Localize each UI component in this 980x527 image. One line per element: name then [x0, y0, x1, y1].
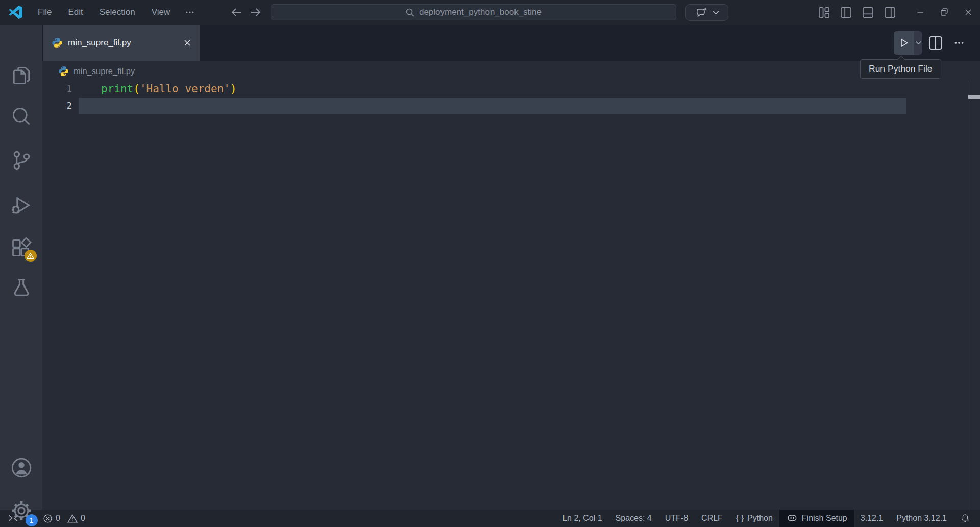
- tab-close-icon[interactable]: [182, 38, 192, 48]
- menu-edit[interactable]: Edit: [60, 0, 91, 25]
- copilot-chat-icon: [695, 6, 708, 19]
- minimize-button[interactable]: [908, 0, 932, 25]
- close-icon: [964, 8, 973, 17]
- source-control-icon[interactable]: [10, 149, 33, 172]
- eol-sequence[interactable]: CRLF: [695, 510, 729, 527]
- toggle-primary-sidebar-icon[interactable]: [840, 7, 852, 18]
- settings-badge: 1: [26, 514, 38, 526]
- code-line-2[interactable]: 2: [42, 98, 980, 114]
- close-window-button[interactable]: [956, 0, 980, 25]
- problems-indicator[interactable]: 0 0: [38, 510, 90, 527]
- cursor-position[interactable]: Ln 2, Col 1: [556, 510, 608, 527]
- ellipsis-icon: [185, 8, 194, 17]
- braces-icon: { }: [736, 514, 744, 523]
- extensions-icon[interactable]: [10, 235, 33, 259]
- back-arrow-icon[interactable]: [231, 6, 243, 18]
- language-mode[interactable]: { } Python: [729, 510, 779, 527]
- overview-ruler[interactable]: [968, 81, 968, 510]
- toggle-panel-icon[interactable]: [862, 7, 874, 18]
- breadcrumb-file: min_supre_fil.py: [74, 66, 135, 76]
- run-tooltip: Run Python File: [860, 59, 941, 79]
- chevron-down-icon: [713, 10, 719, 15]
- code-editor[interactable]: 1 print('Hallo verden') 2: [42, 81, 980, 510]
- vscode-logo-icon: [9, 6, 22, 19]
- window-controls: [908, 0, 980, 25]
- menu-view[interactable]: View: [143, 0, 179, 25]
- bell-icon: [960, 513, 970, 523]
- tooltip-text: Run Python File: [869, 64, 933, 75]
- titlebar-right: [818, 0, 980, 25]
- overview-cursor-marker: [968, 95, 980, 99]
- warnings-icon: [67, 514, 78, 523]
- explorer-icon[interactable]: [10, 64, 33, 87]
- command-center-search[interactable]: deployment_python_book_stine: [271, 4, 676, 20]
- activity-bar: 1: [0, 25, 42, 510]
- finish-setup[interactable]: Finish Setup: [779, 510, 854, 527]
- split-editor-icon[interactable]: [928, 35, 943, 51]
- run-options-dropdown[interactable]: [914, 41, 922, 45]
- restore-icon: [940, 8, 949, 17]
- python-file-icon: [52, 37, 63, 49]
- tab-min-supre-fil[interactable]: min_supre_fil.py: [43, 25, 200, 61]
- testing-icon[interactable]: [10, 276, 33, 300]
- encoding[interactable]: UTF-8: [658, 510, 695, 527]
- menu-file[interactable]: File: [30, 0, 60, 25]
- play-icon: [899, 38, 909, 48]
- menu-selection[interactable]: Selection: [91, 0, 143, 25]
- ellipsis-icon: [953, 37, 965, 49]
- run-button-group: [894, 31, 922, 55]
- history-nav: [231, 0, 261, 25]
- extensions-warning-badge: [24, 250, 37, 262]
- search-view-icon[interactable]: [10, 105, 33, 128]
- tab-label: min_supre_fil.py: [68, 38, 177, 48]
- settings-gear-icon[interactable]: 1: [10, 499, 33, 522]
- menu-more-button[interactable]: [178, 0, 202, 25]
- restore-button[interactable]: [932, 0, 956, 25]
- current-line-highlight: [79, 98, 906, 114]
- toggle-secondary-sidebar-icon[interactable]: [884, 7, 896, 18]
- tab-bar: min_supre_fil.py: [42, 25, 980, 61]
- layout-controls: [818, 7, 896, 18]
- run-python-file-button[interactable]: [894, 31, 914, 55]
- minimize-icon: [916, 8, 925, 17]
- notifications-button[interactable]: [953, 510, 980, 527]
- warning-icon: [27, 252, 34, 259]
- python-interpreter[interactable]: Python 3.12.1: [890, 510, 953, 527]
- code-text: print('Hallo verden'): [101, 81, 237, 98]
- warnings-count: 0: [81, 514, 85, 523]
- copilot-face-icon: [786, 512, 798, 524]
- forward-arrow-icon[interactable]: [249, 6, 261, 18]
- line-number: 1: [42, 81, 72, 98]
- search-value: deployment_python_book_stine: [419, 7, 542, 17]
- status-bar: 0 0 Ln 2, Col 1 Spaces: 4 UTF-8 CRLF { }…: [0, 510, 980, 527]
- copilot-chat-button[interactable]: [685, 4, 728, 21]
- venv-version[interactable]: 3.12.1: [854, 510, 890, 527]
- menu-bar: File Edit Selection View: [30, 0, 202, 25]
- editor-group: min_supre_fil.py: [42, 25, 980, 510]
- more-editor-actions-button[interactable]: [951, 35, 967, 51]
- line-number: 2: [42, 98, 72, 114]
- run-debug-icon[interactable]: [10, 194, 33, 217]
- search-icon: [405, 8, 415, 17]
- chevron-down-icon: [916, 41, 921, 45]
- customize-layout-icon[interactable]: [818, 7, 830, 18]
- accounts-icon[interactable]: [10, 456, 33, 480]
- indentation[interactable]: Spaces: 4: [609, 510, 658, 527]
- python-file-icon: [58, 66, 69, 77]
- errors-icon: [43, 514, 53, 523]
- errors-count: 0: [56, 514, 60, 523]
- breadcrumb[interactable]: min_supre_fil.py: [42, 61, 980, 81]
- title-bar: File Edit Selection View deployment_pyth…: [0, 0, 980, 25]
- code-line-1[interactable]: 1 print('Hallo verden'): [42, 81, 980, 98]
